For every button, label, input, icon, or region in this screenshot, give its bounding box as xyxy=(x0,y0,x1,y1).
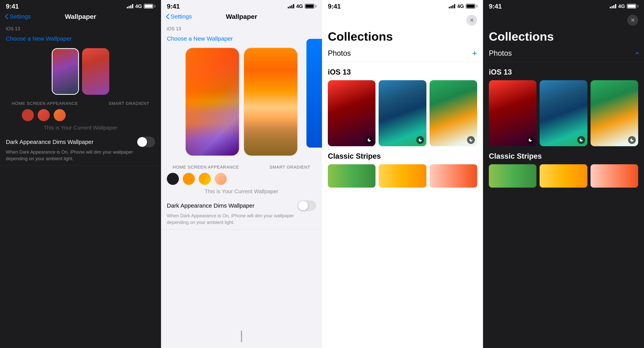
appearance-row-2: HOME SCREEN APPEARANCE SMART GRADIENT xyxy=(161,162,322,171)
stripe-peach-4[interactable] xyxy=(590,164,638,187)
collections-title-4: Collections xyxy=(483,27,644,44)
wallpaper-preview-1 xyxy=(0,44,161,99)
swatch-orangered-1[interactable] xyxy=(54,109,66,121)
classic-stripes-section-4: Classic Stripes xyxy=(483,148,644,189)
status-icons-3: 4G xyxy=(449,3,477,9)
status-bar-4: 9:41 4G xyxy=(483,0,644,12)
wallpaper-grid-3 xyxy=(328,80,477,146)
plus-icon-3[interactable]: + xyxy=(472,48,477,58)
grid-thumb-red-4[interactable] xyxy=(489,80,536,146)
ios13-section-4: iOS 13 xyxy=(483,62,644,148)
smart-gradient-label-1: SMART GRADIENT xyxy=(103,99,155,107)
classic-stripes-title-4: Classic Stripes xyxy=(489,152,638,161)
battery-icon-3 xyxy=(466,4,477,8)
panel-light-wallpaper: 9:41 4G Settings Wallpaper xyxy=(161,0,322,348)
grid-thumb-red-3[interactable] xyxy=(328,80,376,146)
battery-icon-2 xyxy=(305,4,316,8)
close-button-4[interactable]: ✕ xyxy=(627,15,638,26)
network-type-2: 4G xyxy=(296,3,303,9)
home-screen-thumb-1[interactable] xyxy=(52,48,79,95)
choose-new-wallpaper-2[interactable]: Choose a New Wallpaper xyxy=(161,33,322,44)
stripe-green-3[interactable] xyxy=(328,164,376,187)
ios13-title-3: iOS 13 xyxy=(328,68,477,76)
section-label-2: iOS 13 xyxy=(161,23,322,33)
choose-new-wallpaper-1[interactable]: Choose a New Wallpaper xyxy=(0,33,161,44)
back-label-2: Settings xyxy=(171,13,192,20)
chevron-icon-4[interactable]: › xyxy=(632,52,642,55)
collections-title-3: Collections xyxy=(322,27,483,44)
wp-ios13-left xyxy=(186,48,239,156)
classic-stripes-section-3: Classic Stripes xyxy=(322,148,483,189)
dark-indicator-1 xyxy=(365,136,373,144)
ios13-section-3: iOS 13 xyxy=(322,62,483,148)
signal-icon-2 xyxy=(288,4,294,8)
signal-icon-3 xyxy=(449,4,455,8)
home-screen-label-2: HOME SCREEN APPEARANCE xyxy=(167,163,245,171)
wp-ios13-right xyxy=(244,48,297,156)
swatch-black-2[interactable] xyxy=(167,173,179,185)
nav-title-1: Wallpaper xyxy=(65,13,96,20)
wallpaper-gradient-1b xyxy=(82,48,109,95)
large-thumb-left-2[interactable] xyxy=(185,47,240,156)
modal-header-4: ✕ xyxy=(483,12,644,27)
stripe-peach-3[interactable] xyxy=(430,164,477,187)
color-swatches-1 xyxy=(0,108,161,123)
swatch-redlight-1[interactable] xyxy=(38,109,50,121)
grid-thumb-blue-3[interactable] xyxy=(378,80,426,146)
ios13-title-4: iOS 13 xyxy=(489,68,638,76)
wallpaper-grid-4 xyxy=(489,80,638,146)
back-button-1[interactable]: Settings xyxy=(5,13,31,20)
dark-appearance-toggle-2[interactable] xyxy=(298,200,316,211)
stripe-yellow-3[interactable] xyxy=(378,164,426,187)
signal-icon-4 xyxy=(610,4,616,8)
stripe-yellow-4[interactable] xyxy=(540,164,587,187)
lock-screen-thumb-1[interactable] xyxy=(82,48,109,95)
large-thumb-right-2[interactable] xyxy=(244,47,298,156)
nav-title-2: Wallpaper xyxy=(226,13,257,20)
swatch-red-1[interactable] xyxy=(22,109,34,121)
grid-thumb-green-4[interactable] xyxy=(590,80,638,146)
photos-row-4[interactable]: Photos › xyxy=(483,44,644,62)
modal-header-3: ✕ xyxy=(322,12,483,27)
photos-label-3: Photos xyxy=(328,49,351,57)
swatch-orangelight-2[interactable] xyxy=(199,173,211,185)
network-type-3: 4G xyxy=(457,3,464,9)
stripe-green-4[interactable] xyxy=(489,164,536,187)
large-preview-area-2 xyxy=(161,44,322,159)
dark-appearance-desc-2: When Dark Appearance is On, iPhone will … xyxy=(167,212,316,225)
panel-collections-dark: 9:41 4G ✕ Collections Photos › xyxy=(483,0,644,348)
signal-icon-1 xyxy=(127,4,133,8)
nav-bar-1: Settings Wallpaper xyxy=(0,12,161,23)
toggle-knob-1 xyxy=(137,137,147,147)
dark-appearance-toggle-1[interactable] xyxy=(137,137,155,147)
nav-bar-2: Settings Wallpaper xyxy=(161,12,322,23)
close-button-3[interactable]: ✕ xyxy=(466,15,477,26)
stripes-grid-3 xyxy=(328,164,477,187)
dark-appearance-desc-1: When Dark Appearance is On, iPhone will … xyxy=(6,149,155,162)
scroll-indicator-2 xyxy=(241,331,242,342)
dark-indicator-4 xyxy=(526,136,534,144)
battery-icon-1 xyxy=(144,4,155,8)
status-icons-1: 4G xyxy=(127,3,155,9)
back-label-1: Settings xyxy=(10,13,31,20)
dark-indicator-5 xyxy=(577,136,585,144)
status-icons-2: 4G xyxy=(288,3,316,9)
dark-appearance-label-1: Dark Appearance Dims Wallpaper xyxy=(6,139,94,145)
dark-indicator-3 xyxy=(467,136,475,144)
toggle-knob-2 xyxy=(298,201,308,210)
grid-thumb-blue-4[interactable] xyxy=(540,80,587,146)
wallpaper-gradient-1 xyxy=(52,49,78,94)
swatch-peach-2[interactable] xyxy=(215,173,227,185)
photos-label-4: Photos xyxy=(489,49,512,57)
status-time-1: 9:41 xyxy=(6,2,19,10)
swatch-orange-2[interactable] xyxy=(183,173,195,185)
back-button-2[interactable]: Settings xyxy=(166,13,192,20)
photos-row-3[interactable]: Photos + xyxy=(322,44,483,62)
network-type-1: 4G xyxy=(135,3,142,9)
panel-collections-light: 9:41 4G ✕ Collections Photos + xyxy=(322,0,483,348)
swatch-black-1[interactable] xyxy=(6,109,18,121)
status-time-2: 9:41 xyxy=(167,2,180,10)
color-swatches-2 xyxy=(161,171,322,186)
status-time-3: 9:41 xyxy=(328,2,341,10)
grid-thumb-green-3[interactable] xyxy=(430,80,477,146)
